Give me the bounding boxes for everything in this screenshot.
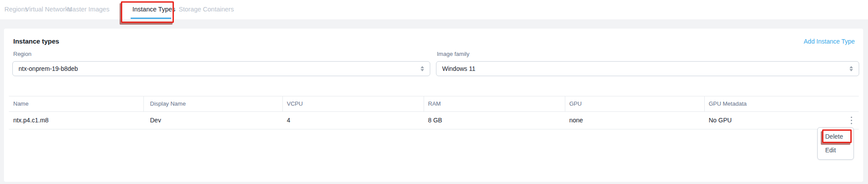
- cell-ram: 8 GB: [428, 111, 442, 129]
- image-family-label: Image family: [437, 51, 470, 57]
- row-context-menu: Delete Edit: [817, 127, 854, 160]
- region-select-value: ntx-onprem-19-b8deb: [19, 65, 78, 72]
- menu-item-delete[interactable]: Delete: [818, 130, 853, 144]
- tab-bar: Regions Virtual Networks Master Images I…: [0, 0, 868, 19]
- column-separator: [704, 96, 705, 111]
- column-header-vcpu: VCPU: [287, 96, 303, 111]
- image-family-select-value: Windows 11: [442, 65, 475, 72]
- column-header-ram: RAM: [428, 96, 441, 111]
- column-header-name: Name: [13, 96, 29, 111]
- column-separator: [282, 96, 283, 111]
- column-header-display-name: Display Name: [150, 96, 186, 111]
- cell-display-name: Dev: [150, 111, 161, 129]
- column-separator: [143, 96, 144, 111]
- cell-name: ntx.p4.c1.m8: [13, 111, 49, 129]
- active-tab-underline: [131, 18, 171, 19]
- kebab-vertical-dots-icon[interactable]: [847, 114, 856, 126]
- region-label: Region: [13, 51, 31, 57]
- region-select[interactable]: ntx-onprem-19-b8deb: [12, 61, 430, 76]
- tab-regions[interactable]: Regions: [4, 6, 28, 13]
- table-row-border: [9, 129, 859, 129]
- panel-title: Instance types: [13, 37, 59, 45]
- column-header-gpu: GPU: [569, 96, 582, 111]
- image-family-select[interactable]: Windows 11: [436, 61, 859, 76]
- updown-caret-icon: [849, 66, 853, 71]
- tab-storage-containers[interactable]: Storage Containers: [179, 6, 234, 13]
- instance-types-panel: Instance types Add Instance Type Region …: [4, 29, 863, 182]
- column-separator: [424, 96, 424, 111]
- menu-item-edit[interactable]: Edit: [818, 144, 853, 157]
- tab-master-images[interactable]: Master Images: [67, 6, 109, 13]
- column-separator: [565, 96, 565, 111]
- tab-instance-types[interactable]: Instance Types: [132, 6, 175, 13]
- cell-gpu-metadata: No GPU: [709, 111, 732, 129]
- cell-vcpu: 4: [287, 111, 290, 129]
- tab-virtual-networks[interactable]: Virtual Networks: [25, 6, 71, 13]
- add-instance-type-link[interactable]: Add Instance Type: [804, 38, 855, 45]
- updown-caret-icon: [421, 66, 424, 71]
- column-header-gpu-metadata: GPU Metadata: [709, 96, 747, 111]
- cell-gpu: none: [569, 111, 583, 129]
